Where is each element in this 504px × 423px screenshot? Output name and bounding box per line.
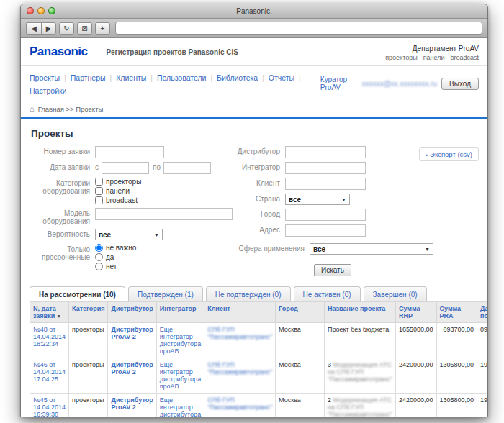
column-header-2[interactable]: Категория: [69, 302, 108, 323]
main-nav: Проекты|Партнеры|Клиенты|Пользователи|Би…: [30, 66, 479, 101]
breadcrumb-path[interactable]: Главная >> Проекты: [38, 105, 104, 113]
category-label: Категории оборудования: [31, 178, 90, 204]
date-from-label: с: [95, 163, 99, 174]
category-checkbox-broadcast[interactable]: [95, 196, 103, 204]
tab-5[interactable]: Завершен (0): [364, 286, 427, 301]
cell-sum-rrp: 1655000,00: [395, 323, 436, 358]
integrator-link[interactable]: Еще интегратор дистрибутора проАВ: [160, 326, 201, 355]
minimize-window-button[interactable]: [37, 7, 45, 14]
overdue-radio-no[interactable]: [95, 263, 103, 270]
cell-project-name: 3 Модернизация АТС на СПб ГУП "Пассажира…: [325, 358, 396, 394]
column-header-3[interactable]: Дистрибутор: [108, 302, 156, 323]
request-link[interactable]: №45 от 14.04.2014 16:39:30: [33, 396, 66, 417]
cell-delivery-date: 09.04.2014: [477, 323, 487, 358]
overdue-radio-yes[interactable]: [95, 253, 103, 261]
breadcrumb: ⌂ Главная >> Проекты: [30, 101, 479, 117]
client-link[interactable]: СПб ГУП "Пассажиравтотранс": [207, 361, 272, 376]
date-from-input[interactable]: [102, 162, 149, 174]
column-header-8[interactable]: Сумма RRP: [395, 302, 436, 323]
cell-category: проекторы: [69, 394, 108, 418]
table-row: №46 от 14.04.2014 17:04:25проекторыДистр…: [30, 358, 488, 394]
category-checkbox-panels[interactable]: [95, 187, 103, 195]
nav-separator: |: [110, 74, 112, 82]
address-bar[interactable]: [115, 22, 482, 35]
client-link[interactable]: СПб ГУП "Пассажиравтотранс": [207, 396, 272, 411]
distributor-link[interactable]: Дистрибутор ProAV 2: [111, 326, 153, 340]
table-header-row: N, дата заявки▼КатегорияДистрибуторИнтег…: [30, 302, 488, 323]
category-checkbox-projectors[interactable]: [95, 178, 103, 186]
export-csv-link[interactable]: ▪Экспорт (csv): [419, 147, 479, 161]
cell-category: проекторы: [69, 323, 108, 358]
nav-item-3[interactable]: Клиенты: [116, 73, 146, 82]
nav-item-6[interactable]: Отчеты: [269, 73, 294, 82]
nav-item-1[interactable]: Проекты: [30, 73, 60, 82]
home-icon[interactable]: ⌂: [30, 106, 35, 112]
column-header-5[interactable]: Клиент: [204, 302, 276, 323]
request-link[interactable]: №46 от 14.04.2014 17:04:25: [33, 361, 66, 383]
overdue-option-label: да: [106, 253, 114, 261]
column-header-9[interactable]: Сумма PRA: [436, 302, 477, 323]
cell-client: СПб ГУП "Пассажиравтотранс": [204, 358, 276, 394]
date-to-input[interactable]: [163, 162, 211, 174]
nav-item-4[interactable]: Пользователи: [157, 73, 207, 82]
overdue-label: Только просроченные: [31, 244, 90, 270]
tab-2[interactable]: Подтвержден (1): [128, 286, 203, 301]
cell-sum-rrp: 2420000,00: [395, 358, 436, 394]
cell-sum-pra: 1305800,00: [436, 358, 477, 394]
client-input[interactable]: [285, 178, 366, 190]
integrator-link[interactable]: Еще интегратор дистрибутора проАВ: [160, 396, 201, 417]
zoom-window-button[interactable]: [48, 7, 55, 14]
window-titlebar[interactable]: Panasonic.: [21, 4, 487, 19]
logout-button[interactable]: Выход: [441, 78, 479, 90]
tab-1[interactable]: На рассмотрении (10): [30, 286, 125, 301]
integrator-label: Интегратор: [233, 162, 280, 174]
integrator-link[interactable]: Еще интегратор дистрибутора проАВ: [160, 361, 201, 390]
cell-sum-pra: 1305800,00: [436, 394, 477, 418]
cell-sum-rrp: 2420000,00: [395, 394, 436, 418]
nav-separator: |: [299, 74, 301, 82]
overdue-option-label: не важно: [106, 244, 136, 252]
client-link[interactable]: СПб ГУП "Пассажиравтотранс": [207, 326, 272, 340]
chevron-down-icon: ▼: [154, 232, 159, 237]
browser-toolbar: ◀ ▶ ↻ ⊠ +: [21, 19, 487, 38]
nav-separator: |: [262, 74, 264, 82]
forward-button[interactable]: ▶: [41, 22, 56, 35]
back-button[interactable]: ◀: [26, 22, 41, 35]
tab-3[interactable]: Не подтвержден (0): [206, 286, 291, 301]
distributor-link[interactable]: Дистрибутор ProAV 2: [111, 361, 153, 376]
reload-button[interactable]: ↻: [59, 22, 74, 35]
distributor-label: Дистрибутор: [233, 146, 280, 158]
tab-4[interactable]: Не активен (0): [294, 286, 361, 301]
request-number-input[interactable]: [95, 146, 164, 158]
country-select[interactable]: все ▼: [285, 194, 350, 205]
cell-request-id: №46 от 14.04.2014 17:04:25: [30, 358, 69, 394]
distributor-input[interactable]: [285, 146, 366, 158]
nav-item-2[interactable]: Партнеры: [71, 73, 106, 82]
cell-delivery-date: 19.04.2014: [477, 358, 487, 394]
request-link[interactable]: №48 от 14.04.2014 18:22:34: [33, 326, 66, 347]
close-window-button[interactable]: [27, 7, 34, 14]
probability-select[interactable]: все ▼: [95, 229, 163, 240]
city-input[interactable]: [285, 209, 366, 221]
snapback-icon[interactable]: ⊠: [77, 22, 92, 35]
search-button[interactable]: Искать: [314, 264, 351, 276]
panasonic-logo: Panasonic: [30, 45, 88, 59]
overdue-radio-any[interactable]: [95, 244, 103, 252]
column-header-1[interactable]: N, дата заявки▼: [30, 302, 69, 323]
column-header-4[interactable]: Интегратор: [156, 302, 204, 323]
integrator-input[interactable]: [285, 162, 366, 174]
cell-project-name: 2 Модернизация АТС на СПб ГУП "Пассажира…: [325, 394, 396, 418]
column-header-7[interactable]: Название проекта: [325, 302, 396, 323]
curator-email: xxxxxx@xx.xxxxxxxx.ru: [361, 80, 437, 88]
column-header-10[interactable]: Дата поставки: [477, 302, 487, 323]
distributor-link[interactable]: Дистрибутор ProAV 2: [111, 396, 153, 411]
nav-item-7[interactable]: Настройки: [30, 86, 67, 95]
address-input[interactable]: [285, 224, 366, 237]
model-input[interactable]: [95, 208, 233, 220]
project-title: Модернизация АТС на СПб ГУП "Пассажиравт…: [328, 396, 392, 417]
new-tab-button[interactable]: +: [95, 22, 110, 35]
sphere-value: все: [313, 245, 325, 253]
column-header-6[interactable]: Город: [276, 302, 325, 323]
nav-item-5[interactable]: Библиотека: [217, 73, 258, 82]
sphere-select[interactable]: все ▼: [310, 243, 433, 255]
